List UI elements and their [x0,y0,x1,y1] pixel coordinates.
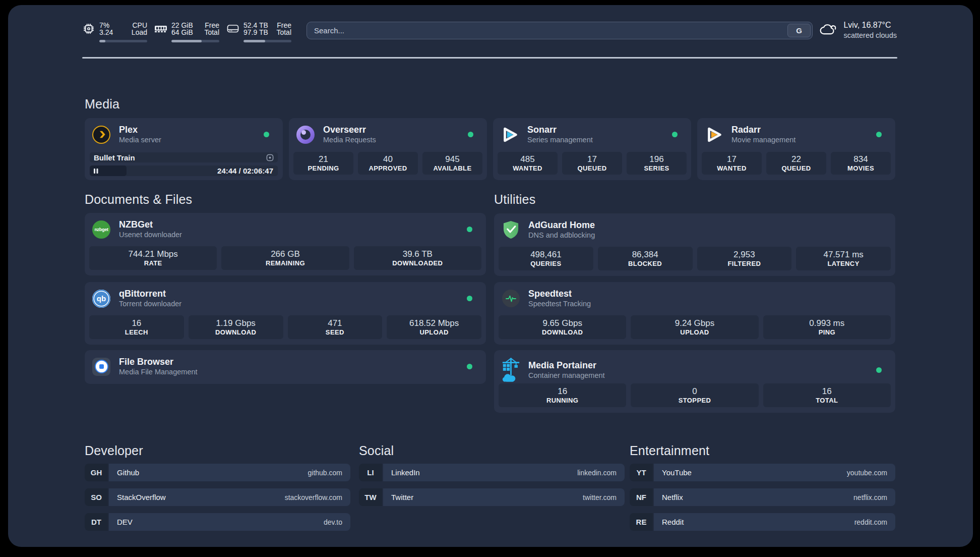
link-netflix[interactable]: NF Netflixnetflix.com [630,488,895,506]
section-title-developer: Developer [85,443,143,458]
stat-queued: 22QUEUED [766,152,826,175]
service-desc: Media File Management [119,367,198,376]
service-card-speedtest[interactable]: Speedtest Speedtest Tracking 9.65 GbpsDO… [494,282,895,345]
service-name: NZBGet [119,219,182,230]
stat-seed: 471SEED [288,315,383,339]
service-card-sonarr[interactable]: Sonarr Series management 485WANTED 17QUE… [493,118,691,180]
status-dot [876,132,882,137]
service-card-qbittorrent[interactable]: qb qBittorrent Torrent downloader 16LEEC… [85,282,486,345]
service-desc: Usenet downloader [119,230,182,239]
playback-time: 24:44 / 02:06:47 [217,165,273,176]
status-dot [468,132,473,137]
link-stackoverflow[interactable]: SO StackOverflowstackoverflow.com [85,488,350,506]
dashboard-panel: 7%3.24 CPULoad 22 GiB64 GiB FreeTotal [8,5,973,547]
playback-progress: 24:44 / 02:06:47 [90,165,278,176]
links-entertainment: YT YouTubeyoutube.com NF Netflixnetflix.… [630,464,895,538]
stat-running: 16RUNNING [499,383,626,407]
pause-icon[interactable] [94,169,98,174]
link-badge: DT [85,513,108,531]
service-desc: Torrent downloader [119,299,181,308]
service-desc: Movie management [731,135,795,144]
stat-latency: 47.571 msLATENCY [796,247,891,270]
service-name: File Browser [119,357,198,367]
link-reddit[interactable]: RE Redditreddit.com [630,513,895,531]
stat-wanted: 17WANTED [702,152,762,175]
stat-series: 196SERIES [627,152,687,175]
status-dot [672,132,678,137]
status-dot [467,364,472,369]
adguard-icon [501,220,520,239]
status-dot [467,296,472,301]
service-card-adguard[interactable]: AdGuard Home DNS and adblocking 498,461Q… [494,213,895,276]
service-card-radarr[interactable]: Radarr Movie management 17WANTED 22QUEUE… [697,118,895,180]
filebrowser-icon [92,358,111,376]
stat-remaining: 266 GBREMAINING [221,246,349,270]
section-title-utilities: Utilities [494,192,535,207]
service-name: Plex [119,125,161,135]
link-dev[interactable]: DT DEVdev.to [85,513,350,531]
radarr-icon [704,125,723,144]
service-desc: Media Requests [323,135,376,144]
service-name: qBittorrent [119,289,181,299]
section-title-documents: Documents & Files [85,192,192,207]
link-linkedin[interactable]: LI LinkedInlinkedin.com [359,464,625,481]
service-desc: Container management [528,371,605,380]
status-dot [264,132,269,137]
stat-movies: 834MOVIES [831,152,891,175]
status-dot [876,367,882,373]
stat-queued: 17QUEUED [562,152,622,175]
status-dot [467,227,472,232]
service-desc: DNS and adblocking [528,231,595,240]
service-card-overseerr[interactable]: Overseerr Media Requests 21PENDING 40APP… [289,118,487,180]
link-twitter[interactable]: TW Twittertwitter.com [359,488,625,506]
service-name: Overseerr [323,125,376,135]
stat-rate: 744.21 MbpsRATE [89,246,217,270]
stat-blocked: 86,384BLOCKED [598,247,693,270]
stat-wanted: 485WANTED [498,152,558,175]
service-name: Media Portainer [528,360,605,371]
nzbget-icon: nzbget [92,220,111,239]
sonarr-icon [500,125,519,144]
now-playing-row: Bullet Train [90,152,278,162]
service-card-plex[interactable]: Plex Media server Bullet Train 24:44 / 0… [85,118,283,180]
links-developer: GH Githubgithub.com SO StackOverflowstac… [85,464,350,538]
stat-stopped: 0STOPPED [631,383,758,407]
service-desc: Speedtest Tracking [528,299,591,308]
link-badge: LI [359,464,382,481]
service-desc: Media server [119,135,161,144]
qbittorrent-icon: qb [92,290,111,308]
portainer-icon [501,357,520,383]
link-badge: SO [85,488,108,506]
service-card-portainer[interactable]: Media Portainer Container management 16R… [494,350,895,413]
overseerr-icon [296,126,315,144]
link-badge: RE [630,513,653,531]
section-title-media: Media [85,97,119,112]
section-title-social: Social [359,443,394,458]
link-badge: YT [630,464,653,481]
stat-ping: 0.993 msPING [763,315,891,339]
section-title-entertainment: Entertainment [630,443,709,458]
stat-filtered: 2,953FILTERED [697,247,792,270]
stat-total: 16TOTAL [763,383,891,407]
link-youtube[interactable]: YT YouTubeyoutube.com [630,464,895,481]
link-badge: NF [630,488,653,506]
stat-download: 9.65 GbpsDOWNLOAD [499,315,626,339]
service-card-filebrowser[interactable]: File Browser Media File Management [85,350,486,384]
stat-queries: 498,461QUERIES [499,247,593,270]
stat-upload: 9.24 GbpsUPLOAD [631,315,758,339]
stat-download: 1.19 GbpsDOWNLOAD [189,315,283,339]
service-name: Radarr [731,125,795,135]
service-card-nzbget[interactable]: nzbget NZBGet Usenet downloader 744.21 M… [85,213,486,275]
service-name: Sonarr [527,125,593,135]
service-name: AdGuard Home [528,220,595,231]
session-icon [266,154,274,161]
service-desc: Series management [527,135,593,144]
stat-pending: 21PENDING [293,152,353,175]
plex-icon [92,126,111,144]
link-badge: TW [359,488,382,506]
service-name: Speedtest [528,289,591,299]
link-github[interactable]: GH Githubgithub.com [85,464,350,481]
links-social: LI LinkedInlinkedin.com TW Twittertwitte… [359,464,625,513]
link-badge: GH [85,464,108,481]
now-playing-title: Bullet Train [94,153,135,162]
